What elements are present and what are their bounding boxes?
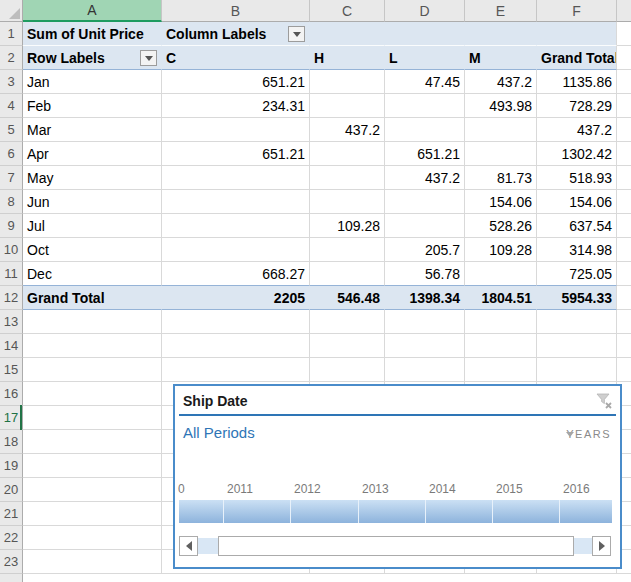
cell-E13[interactable] [465,310,537,334]
row-labels-filter-button[interactable] [140,50,157,66]
cell-G11[interactable] [617,262,631,286]
timeline-scroll-thumb[interactable] [218,536,574,556]
cell-G14[interactable] [617,334,631,358]
cell-D13[interactable] [385,310,465,334]
cell-D1[interactable] [385,22,465,46]
cell-B9[interactable] [162,214,310,238]
cell-C11[interactable] [310,262,385,286]
row-header-3[interactable]: 3 [0,70,23,94]
timeline-scroll-track-right[interactable] [574,538,592,554]
cell-F6[interactable]: 1302.42 [537,142,617,166]
cell-G6[interactable] [617,142,631,166]
cell-F7[interactable]: 518.93 [537,166,617,190]
cell-A19[interactable] [23,454,162,478]
cell-A12[interactable]: Grand Total [23,286,162,310]
cell-E6[interactable] [465,142,537,166]
cell-G7[interactable] [617,166,631,190]
cell-G5[interactable] [617,118,631,142]
cell-E2[interactable]: M [465,46,537,70]
row-header-23[interactable]: 23 [0,550,23,574]
cell-A15[interactable] [23,358,162,382]
cell-G10[interactable] [617,238,631,262]
cell-C3[interactable] [310,70,385,94]
cell-C1[interactable] [310,22,385,46]
cell-B1[interactable]: Column Labels [162,22,310,46]
cell-B4[interactable]: 234.31 [162,94,310,118]
row-header-15[interactable]: 15 [0,358,23,382]
cell-G1[interactable] [617,22,631,46]
row-header-10[interactable]: 10 [0,238,23,262]
row-header-6[interactable]: 6 [0,142,23,166]
cell-F4[interactable]: 728.29 [537,94,617,118]
cell-B11[interactable]: 668.27 [162,262,310,286]
cell-G4[interactable] [617,94,631,118]
column-header-E[interactable]: E [465,0,537,22]
cell-D11[interactable]: 56.78 [385,262,465,286]
cell-C9[interactable]: 109.28 [310,214,385,238]
column-labels-filter-button[interactable] [288,26,305,42]
cell-A5[interactable]: Mar [23,118,162,142]
cell-C6[interactable] [310,142,385,166]
cell-B15[interactable] [162,358,310,382]
cell-G9[interactable] [617,214,631,238]
cell-B12[interactable]: 2205 [162,286,310,310]
cell-B6[interactable]: 651.21 [162,142,310,166]
cell-D14[interactable] [385,334,465,358]
row-header-20[interactable]: 20 [0,478,23,502]
cell-A3[interactable]: Jan [23,70,162,94]
cell-B14[interactable] [162,334,310,358]
cell-G15[interactable] [617,358,631,382]
cell-A1[interactable]: Sum of Unit Price [23,22,162,46]
cell-E12[interactable]: 1804.51 [465,286,537,310]
cell-A13[interactable] [23,310,162,334]
cell-F12[interactable]: 5954.33 [537,286,617,310]
column-header-C[interactable]: C [310,0,385,22]
row-header-1[interactable]: 1 [0,22,23,46]
cell-F10[interactable]: 314.98 [537,238,617,262]
row-header-4[interactable]: 4 [0,94,23,118]
cell-F11[interactable]: 725.05 [537,262,617,286]
cell-E1[interactable] [465,22,537,46]
column-header-F[interactable]: F [537,0,617,22]
select-all-button[interactable] [0,0,23,22]
cell-G3[interactable] [617,70,631,94]
cell-B7[interactable] [162,166,310,190]
cell-F1[interactable] [537,22,617,46]
row-header-17[interactable]: 17 [0,406,23,430]
cell-C13[interactable] [310,310,385,334]
row-header-14[interactable]: 14 [0,334,23,358]
cell-B13[interactable] [162,310,310,334]
cell-C12[interactable]: 546.48 [310,286,385,310]
row-header-13[interactable]: 13 [0,310,23,334]
column-header-D[interactable]: D [385,0,465,22]
cell-B8[interactable] [162,190,310,214]
column-header-G-partial[interactable] [617,0,631,22]
row-header-8[interactable]: 8 [0,190,23,214]
cell-E11[interactable] [465,262,537,286]
cell-D6[interactable]: 651.21 [385,142,465,166]
cell-E7[interactable]: 81.73 [465,166,537,190]
cell-C15[interactable] [310,358,385,382]
cell-A10[interactable]: Oct [23,238,162,262]
cell-A23[interactable] [23,550,162,574]
cell-A11[interactable]: Dec [23,262,162,286]
cell-E9[interactable]: 528.26 [465,214,537,238]
row-header-19[interactable]: 19 [0,454,23,478]
cell-A18[interactable] [23,430,162,454]
cell-E3[interactable]: 437.2 [465,70,537,94]
cell-D4[interactable] [385,94,465,118]
cell-F8[interactable]: 154.06 [537,190,617,214]
timeline-scroll-left-button[interactable] [179,536,198,556]
cell-F14[interactable] [537,334,617,358]
cell-C14[interactable] [310,334,385,358]
timeline-selection-bar[interactable] [179,500,612,523]
cell-F13[interactable] [537,310,617,334]
row-header-9[interactable]: 9 [0,214,23,238]
row-header-5[interactable]: 5 [0,118,23,142]
cell-D15[interactable] [385,358,465,382]
cell-A8[interactable]: Jun [23,190,162,214]
cell-D10[interactable]: 205.7 [385,238,465,262]
cell-C7[interactable] [310,166,385,190]
cell-G8[interactable] [617,190,631,214]
cell-D5[interactable] [385,118,465,142]
